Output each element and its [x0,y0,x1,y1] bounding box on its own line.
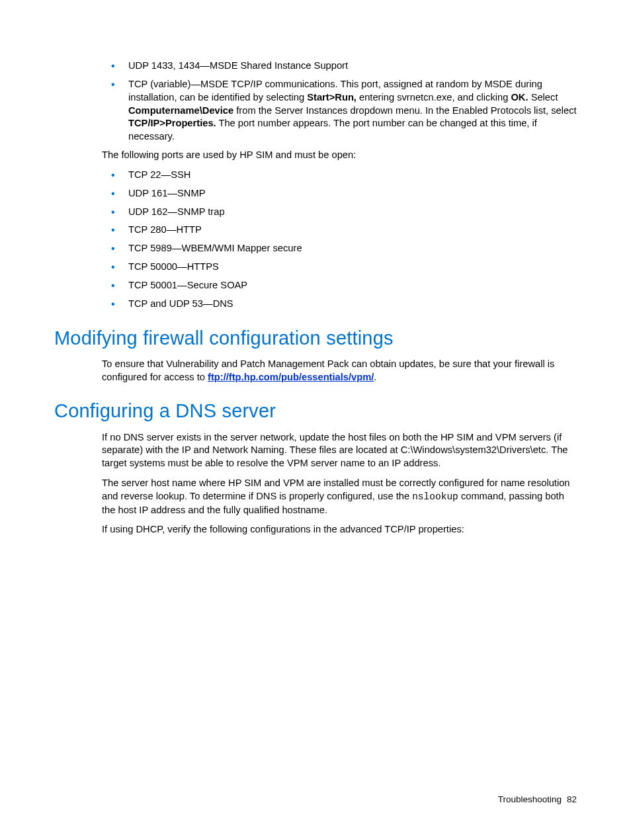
heading-dns-server: Configuring a DNS server [54,398,577,424]
list-item: TCP 50001—Secure SOAP [102,279,577,292]
footer-page-number: 82 [567,794,577,804]
list-item-text-part: entering svrnetcn.exe, and clicking [357,92,511,103]
msde-ports-list: UDP 1433, 1434—MSDE Shared Instance Supp… [102,60,577,144]
bold-text: Start>Run, [307,92,357,103]
list-item-text-part: Select [528,92,558,103]
list-item-text: UDP 1433, 1434—MSDE Shared Instance Supp… [128,60,348,71]
list-item: UDP 162—SNMP trap [102,206,577,219]
bold-text: TCP/IP>Properties. [128,118,216,128]
list-item: TCP 50000—HTTPS [102,261,577,274]
dns-para-2: The server host name where HP SIM and VP… [102,477,577,517]
list-item-text-part: from the Server Instances dropdown menu.… [233,105,576,116]
dns-para-3: If using DHCP, verify the following conf… [102,523,577,536]
list-item-text: TCP 50001—Secure SOAP [128,280,247,290]
list-item-text: TCP 22—SSH [128,169,190,180]
dns-para-1: If no DNS server exists in the server ne… [102,431,577,471]
firewall-config-para: To ensure that Vulnerability and Patch M… [102,358,577,384]
hp-sim-ports-intro: The following ports are used by HP SIM a… [102,149,577,162]
heading-firewall-config: Modifying firewall configuration setting… [54,325,577,351]
bold-text: OK. [511,92,528,103]
list-item: UDP 1433, 1434—MSDE Shared Instance Supp… [102,60,577,73]
list-item: TCP 280—HTTP [102,224,577,237]
list-item-text: TCP 50000—HTTPS [128,261,219,272]
list-item: TCP 22—SSH [102,169,577,182]
footer-section-name: Troubleshooting [498,794,562,804]
list-item-text: TCP and UDP 53—DNS [128,298,233,309]
list-item-text: TCP 280—HTTP [128,224,202,235]
hp-sim-ports-list: TCP 22—SSH UDP 161—SNMP UDP 162—SNMP tra… [102,169,577,311]
bold-text: Computername\Device [128,105,233,116]
list-item: TCP and UDP 53—DNS [102,298,577,311]
monospace-command: nslookup [412,491,458,502]
list-item: TCP (variable)—MSDE TCP/IP communication… [102,78,577,144]
list-item-text: UDP 161—SNMP [128,188,205,198]
page-footer: Troubleshooting82 [498,794,577,806]
paragraph-text: . [374,372,376,382]
list-item-text: UDP 162—SNMP trap [128,206,225,217]
list-item-text: TCP 5989—WBEM/WMI Mapper secure [128,243,302,253]
ftp-link[interactable]: ftp://ftp.hp.com/pub/essentials/vpm/ [208,372,374,382]
list-item: TCP 5989—WBEM/WMI Mapper secure [102,242,577,255]
list-item: UDP 161—SNMP [102,187,577,200]
